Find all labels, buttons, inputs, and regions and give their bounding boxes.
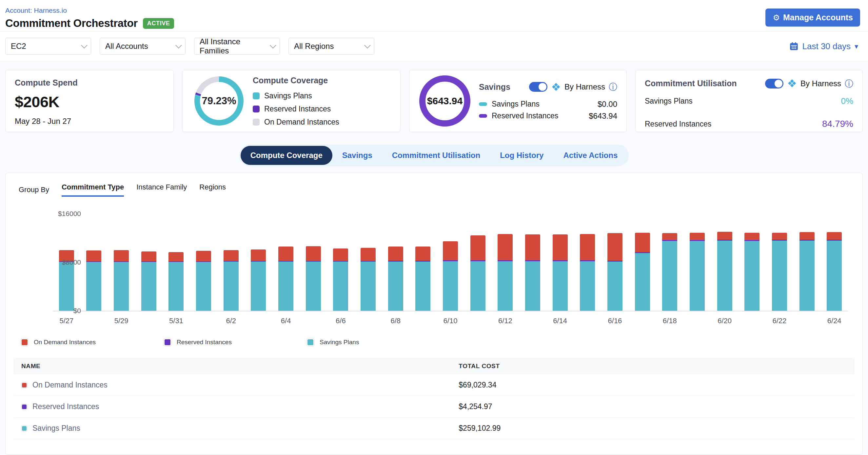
bar-segment-savings-plans <box>553 261 568 311</box>
row-total-cost: $4,254.97 <box>451 396 855 418</box>
accounts-select[interactable]: All Accounts <box>100 38 186 55</box>
chart-bar[interactable] <box>388 246 403 311</box>
legend-swatch <box>479 102 487 106</box>
cost-table-wrap: NAME TOTAL COST On Demand Instances$69,0… <box>13 358 855 439</box>
legend-label: Savings Plans <box>264 91 312 100</box>
chart-bar[interactable] <box>498 234 513 311</box>
chart-bar[interactable] <box>827 232 842 311</box>
coverage-legend-item: Savings Plans <box>253 91 339 100</box>
coverage-percent: 79.23% <box>202 95 236 107</box>
tab-log-history[interactable]: Log History <box>490 146 553 165</box>
chart-bar[interactable] <box>553 234 568 311</box>
chart-bar[interactable] <box>415 246 430 311</box>
chart-bar[interactable] <box>470 235 486 311</box>
manage-accounts-button[interactable]: ⚙ Manage Accounts <box>766 8 860 27</box>
bar-segment-on-demand-instances <box>114 250 129 261</box>
compute-coverage-title: Compute Coverage <box>253 76 339 85</box>
chart-legend-item: Reserved Instances <box>163 338 307 346</box>
regions-select-value: All Regions <box>294 42 334 51</box>
stacked-bar-chart: $16000 $8000 $0 5/275/295/316/26/46/66/8… <box>20 214 848 325</box>
chart-bar[interactable] <box>223 250 239 311</box>
info-icon[interactable]: ⓘ <box>845 79 853 88</box>
chart-bar[interactable] <box>141 251 156 311</box>
chart-plot: $16000 $8000 $0 <box>53 214 848 311</box>
chart-bar-slot <box>820 214 848 311</box>
chart-bar[interactable] <box>525 234 540 311</box>
x-axis: 5/275/295/316/26/46/66/86/106/126/146/16… <box>53 317 848 325</box>
bar-segment-on-demand-instances <box>744 233 760 240</box>
bar-segment-on-demand-instances <box>662 233 677 240</box>
chart-bar-slot <box>190 214 217 311</box>
tab-commitment-utilisation[interactable]: Commitment Utilisation <box>382 146 490 165</box>
legend-swatch <box>21 404 27 410</box>
legend-swatch <box>307 338 314 346</box>
tab-savings[interactable]: Savings <box>332 146 382 165</box>
group-by-commitment-type[interactable]: Commitment Type <box>62 183 124 197</box>
savings-row: Savings Plans$0.00 <box>479 100 617 109</box>
legend-swatch <box>21 338 29 346</box>
chart-bar-slot <box>601 214 629 311</box>
bar-segment-on-demand-instances <box>470 235 486 260</box>
chart-bar[interactable] <box>168 252 184 311</box>
chart-bar[interactable] <box>251 249 266 311</box>
bar-segment-savings-plans <box>306 262 321 311</box>
harness-logo-icon: ❖ <box>787 78 797 89</box>
bar-segment-on-demand-instances <box>361 248 376 261</box>
table-row: Reserved Instances$4,254.97 <box>13 396 855 418</box>
by-harness-toggle[interactable] <box>765 79 783 89</box>
chart-bar[interactable] <box>635 233 650 311</box>
instance-families-select[interactable]: All Instance Families <box>194 38 280 55</box>
by-harness-toggle[interactable] <box>529 82 548 92</box>
group-by-bar: Group By Commitment TypeInstance FamilyR… <box>13 183 855 197</box>
bar-segment-on-demand-instances <box>443 241 458 260</box>
chart-bar[interactable] <box>744 233 760 311</box>
chart-bar[interactable] <box>333 248 348 311</box>
legend-swatch <box>479 114 487 118</box>
chart-bar-slot <box>217 214 245 311</box>
legend-swatch <box>253 92 259 99</box>
chart-bar[interactable] <box>443 241 458 311</box>
savings-donut-chart: $643.94 <box>419 75 470 126</box>
chart-bar-slot <box>656 214 683 311</box>
y-axis-tick: $0 <box>73 307 81 315</box>
accounts-select-value: All Accounts <box>105 42 148 51</box>
chart-bar[interactable] <box>306 246 321 311</box>
chart-bar[interactable] <box>662 233 677 311</box>
chart-bar[interactable] <box>800 232 814 311</box>
chart-bar[interactable] <box>717 232 732 311</box>
regions-select[interactable]: All Regions <box>288 38 374 55</box>
chart-bar[interactable] <box>772 233 787 311</box>
chart-bar[interactable] <box>196 251 211 311</box>
chart-bar[interactable] <box>690 233 705 311</box>
group-by-regions[interactable]: Regions <box>199 183 226 197</box>
date-range-picker[interactable]: Last 30 days ▾ <box>789 41 863 52</box>
bar-segment-savings-plans <box>690 241 705 311</box>
chart-bar[interactable] <box>361 248 376 311</box>
x-axis-label: 6/12 <box>492 317 519 325</box>
x-axis-label <box>683 317 711 325</box>
group-by-instance-family[interactable]: Instance Family <box>136 183 187 197</box>
x-axis-label <box>245 317 272 325</box>
bar-segment-on-demand-instances <box>278 246 293 261</box>
row-name: Reserved Instances <box>21 402 443 411</box>
tab-active-actions[interactable]: Active Actions <box>553 146 627 165</box>
chart-bar[interactable] <box>114 250 129 311</box>
x-axis-label <box>80 317 108 325</box>
info-icon[interactable]: ⓘ <box>609 83 617 91</box>
tabs: Compute CoverageSavingsCommitment Utilis… <box>239 145 629 166</box>
toggle-knob <box>538 83 547 91</box>
commitment-utilisation-card: Commitment Utilisation ❖ By Harness ⓘ Sa… <box>635 70 863 132</box>
tab-compute-coverage[interactable]: Compute Coverage <box>241 146 332 165</box>
account-breadcrumb-link[interactable]: Account: Harness.io <box>5 6 67 14</box>
chart-bar[interactable] <box>86 250 101 311</box>
chart-bar-slot <box>492 214 519 311</box>
savings-card: $643.94 Savings ❖ By Harness ⓘ Savings P… <box>409 70 627 132</box>
bar-segment-savings-plans <box>251 262 266 311</box>
x-axis-label <box>409 317 437 325</box>
manage-accounts-label: Manage Accounts <box>783 13 853 22</box>
chart-bar[interactable] <box>278 246 293 311</box>
service-select[interactable]: EC2 <box>5 38 91 55</box>
chart-bar[interactable] <box>608 233 622 311</box>
chart-bar-slot <box>711 214 739 311</box>
chart-bar[interactable] <box>580 234 595 311</box>
